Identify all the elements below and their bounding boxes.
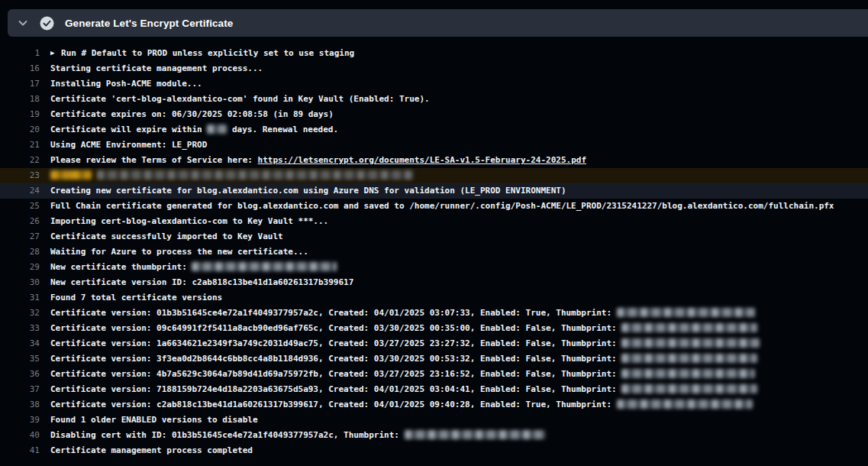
log-line: 34 Certificate version: 1a6634621e2349f3… [0,336,868,351]
log-text: Full Chain certificate generated for blo… [50,201,834,211]
step-title: Generate Let's Encrypt Certificate [65,18,233,29]
log-content: Installing Posh-ACME module... [40,76,202,92]
log-text: Certificate version: 4b7a5629c3064a7b89d… [50,369,621,379]
log-text: Using ACME Environment: LE_PROD [50,140,207,150]
redacted-blur [617,308,755,317]
step-header[interactable]: Generate Let's Encrypt Certificate [8,9,868,37]
line-number[interactable]: 37 [0,382,40,397]
line-number[interactable]: 35 [0,351,40,367]
line-number[interactable]: 22 [0,153,40,168]
redacted-blur [621,323,757,332]
log-text: Run # Default to PROD unless explicitly … [56,48,354,58]
log-line: 19 Certificate expires on: 06/30/2025 02… [0,107,868,122]
log-text: Creating new certificate for blog.alexda… [50,186,566,196]
log-content: Creating new certificate for blog.alexda… [40,183,566,199]
line-number[interactable]: 40 [0,428,40,443]
log-line: 21 Using ACME Environment: LE_PROD [0,138,868,153]
log-line: 33 Certificate version: 09c64991f2f5411a… [0,321,868,336]
redacted-blur [50,170,92,180]
log-content: Disabling cert with ID: 01b3b51645ce4e72… [40,428,546,443]
log-content: Certificate version: 1a6634621e2349f3a74… [40,336,760,351]
log-text: Certificate version: 1a6634621e2349f3a74… [50,338,621,348]
log-text: New certificate version ID: c2ab818c13be… [50,277,353,287]
line-number[interactable]: 32 [0,306,40,321]
line-number[interactable]: 33 [0,321,40,336]
log-line: 30 New certificate version ID: c2ab818c1… [0,275,868,290]
log-text: Certificate version: c2ab818c13be41d1a60… [50,400,617,409]
log-line: 35 Certificate version: 3f3ea0d2b8644c6b… [0,351,868,367]
log-content: Waiting for Azure to process the new cer… [40,244,308,260]
line-number[interactable]: 25 [0,199,40,214]
log-text: Please review the Terms of Service here: [50,155,258,165]
log-text: Certificate 'cert-blog-alexdantico-com' … [50,94,430,104]
line-number[interactable]: 36 [0,367,40,382]
log-text: days. Renewal needed. [227,125,338,134]
log-line: 1 ▶ Run # Default to PROD unless explici… [0,46,868,61]
log-content: Certificate expires on: 06/30/2025 02:08… [40,107,334,122]
log-text: Certificate management process completed [50,445,253,455]
redacted-blur [621,354,757,363]
log-line: 17 Installing Posh-ACME module... [0,76,868,92]
log-text: Waiting for Azure to process the new cer… [50,247,308,257]
line-number[interactable]: 26 [0,214,40,229]
run-expander-icon[interactable]: ▶ [50,45,54,60]
redacted-blur [621,384,757,393]
line-number[interactable]: 29 [0,260,40,275]
line-number[interactable]: 17 [0,76,40,92]
log-content: Certificate version: 3f3ea0d2b8644c6bb8c… [40,351,757,367]
log-content: Found 1 older ENABLED versions to disabl… [40,413,258,428]
log-content: New certificate thumbprint: [40,260,337,275]
line-number[interactable]: 23 [0,168,40,183]
log-text: Certificate successfully imported to Key… [50,231,283,241]
log-text: Certificate version: 01b3b51645ce4e72a1f… [50,308,617,318]
line-number[interactable]: 30 [0,275,40,290]
log-link[interactable]: https://letsencrypt.org/documents/LE-SA-… [258,155,586,165]
line-number[interactable]: 24 [0,183,40,199]
line-number[interactable]: 27 [0,229,40,244]
chevron-down-icon[interactable] [17,17,29,29]
log-text: Starting certificate management process.… [50,63,263,73]
log-line: 38 Certificate version: c2ab818c13be41d1… [0,397,868,413]
log-text: Found 7 total certificate versions [50,293,222,303]
log-content: Please review the Terms of Service here:… [40,153,586,168]
line-number[interactable]: 20 [0,122,40,138]
log-text: New certificate thumbprint: [50,262,192,272]
log-line: 25 Full Chain certificate generated for … [0,199,868,214]
line-number[interactable]: 21 [0,138,40,153]
redacted-blur [405,430,546,439]
line-number[interactable]: 1 [0,46,40,61]
log-content: Importing cert-blog-alexdantico-com to K… [40,214,328,229]
log-line: 20 Certificate will expire within days. … [0,122,868,138]
log-text: Disabling cert with ID: 01b3b51645ce4e72… [50,430,405,440]
log-content: Certificate version: c2ab818c13be41d1a60… [40,397,753,413]
log-text: Certificate will expire within [50,125,207,134]
line-number[interactable]: 38 [0,397,40,413]
log-content: Found 7 total certificate versions [40,290,222,306]
line-number[interactable]: 39 [0,413,40,428]
log-line: 39 Found 1 older ENABLED versions to dis… [0,413,868,428]
log-line: 29 New certificate thumbprint: [0,260,868,275]
line-number[interactable]: 34 [0,336,40,351]
log-content: Certificate 'cert-blog-alexdantico-com' … [40,92,430,107]
redacted-blur [617,400,753,409]
log-content: New certificate version ID: c2ab818c13be… [40,275,353,290]
line-number[interactable]: 28 [0,244,40,260]
line-number[interactable]: 31 [0,290,40,306]
log-text: Importing cert-blog-alexdantico-com to K… [50,216,328,226]
line-number[interactable]: 18 [0,92,40,107]
log-content: Certificate version: 01b3b51645ce4e72a1f… [40,306,755,321]
log-line: 40 Disabling cert with ID: 01b3b51645ce4… [0,428,868,443]
log-content: Certificate will expire within days. Ren… [40,122,338,138]
line-number[interactable]: 19 [0,107,40,122]
log-content: ▶ Run # Default to PROD unless explicitl… [40,46,354,61]
log-content: Certificate version: 4b7a5629c3064a7b89d… [40,367,755,382]
log-line: 36 Certificate version: 4b7a5629c3064a7b… [0,367,868,382]
line-number[interactable]: 41 [0,443,40,458]
log-content: Certificate version: 7188159b724e4d18a22… [40,382,757,397]
log-line: 37 Certificate version: 7188159b724e4d18… [0,382,868,397]
redacted-blur [192,262,337,271]
log-viewer: 1 ▶ Run # Default to PROD unless explici… [0,37,868,458]
line-number[interactable]: 16 [0,61,40,76]
log-line: 27 Certificate successfully imported to … [0,229,868,244]
log-line: 26 Importing cert-blog-alexdantico-com t… [0,214,868,229]
